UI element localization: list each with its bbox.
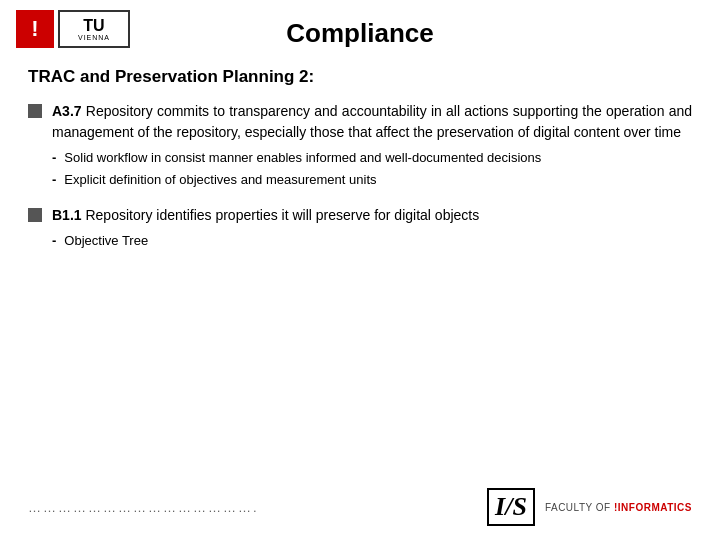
footer-right: I/S FACULTY OF !INFORMATICS [487, 488, 692, 526]
dash-icon: - [52, 149, 56, 167]
section-heading: TRAC and Preservation Planning 2: [28, 67, 692, 87]
bullet-square-icon [28, 208, 42, 222]
faculty-name: !INFORMATICS [614, 502, 692, 513]
logo-area: ! TU VIENNA [16, 10, 130, 48]
sub-bullet-2: - Explicit definition of objectives and … [52, 171, 692, 189]
tu-text: TU [83, 18, 104, 34]
tu-vienna-logo: TU VIENNA [58, 10, 130, 48]
footer-dots: ………………………………………. [28, 500, 487, 515]
faculty-text: FACULTY OF !INFORMATICS [545, 502, 692, 513]
bullet-a3-7-text: Repository commits to transparency and a… [52, 103, 692, 140]
sub-bullet-2-text: Explicit definition of objectives and me… [64, 171, 692, 189]
main-content: TRAC and Preservation Planning 2: A3.7 R… [0, 59, 720, 275]
bullet-b1-1: B1.1 Repository identifies properties it… [28, 205, 692, 254]
sub-bullets-a3-7: - Solid workflow in consist manner enabl… [52, 149, 692, 189]
bullet-square-icon [28, 104, 42, 118]
exclamation-icon: ! [16, 10, 54, 48]
sub-bullet-1: - Solid workflow in consist manner enabl… [52, 149, 692, 167]
dash-icon: - [52, 232, 56, 250]
is-logo: I/S [487, 488, 535, 526]
bullet-b1-1-content: B1.1 Repository identifies properties it… [52, 205, 692, 254]
slide: ! TU VIENNA Compliance TRAC and Preserva… [0, 0, 720, 540]
bullet-id: B1.1 [52, 207, 82, 223]
faculty-label: FACULTY OF [545, 502, 611, 513]
sub-bullet-3: - Objective Tree [52, 232, 692, 250]
sub-bullet-3-text: Objective Tree [64, 232, 692, 250]
page-title: Compliance [286, 18, 433, 49]
vienna-text: VIENNA [78, 34, 110, 41]
sub-bullets-b1-1: - Objective Tree [52, 232, 692, 250]
dash-icon: - [52, 171, 56, 189]
bullet-id: A3.7 [52, 103, 82, 119]
footer: ………………………………………. I/S FACULTY OF !INFORMA… [0, 488, 720, 526]
sub-bullet-1-text: Solid workflow in consist manner enables… [64, 149, 692, 167]
header: ! TU VIENNA Compliance [0, 0, 720, 59]
bullet-b1-1-text: Repository identifies properties it will… [85, 207, 479, 223]
bullet-a3-7-content: A3.7 Repository commits to transparency … [52, 101, 692, 193]
bullet-a3-7: A3.7 Repository commits to transparency … [28, 101, 692, 193]
